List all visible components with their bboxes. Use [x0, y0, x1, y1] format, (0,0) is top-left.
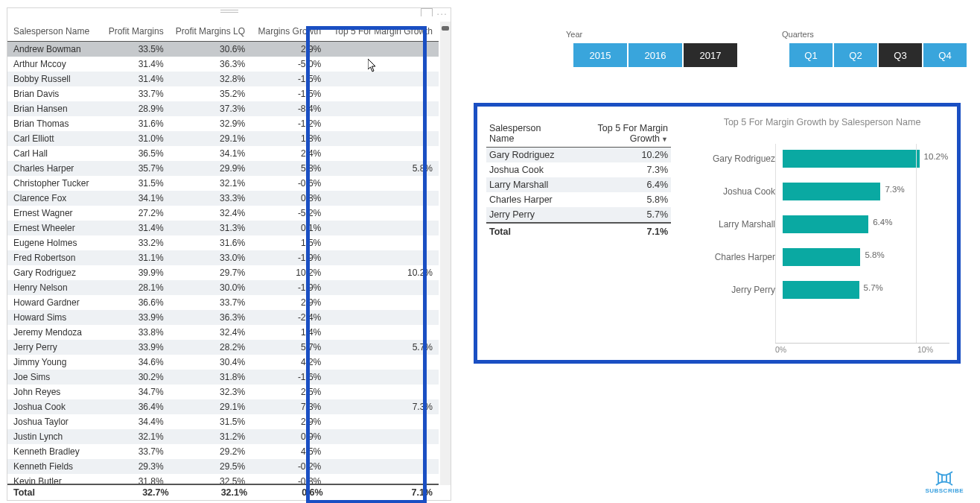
gridline-10 [916, 144, 917, 344]
table-row[interactable]: Andrew Bowman33.5%30.6%2.9% [7, 42, 439, 57]
table-row[interactable]: Jimmy Young34.6%30.4%4.2% [7, 355, 439, 370]
table-row[interactable]: Jeremy Mendoza33.8%32.4%1.4% [7, 325, 439, 340]
bar-category-label: Gary Rodriguez [695, 154, 783, 164]
table-row[interactable]: Gary Rodriguez10.2% [486, 148, 671, 163]
top5-total-label: Total [486, 223, 567, 239]
slicer-button[interactable]: 2016 [629, 43, 682, 67]
chart-bar[interactable]: Gary Rodriguez10.2% [695, 142, 949, 175]
slicer-button[interactable]: 2015 [573, 43, 627, 67]
table-row[interactable]: Justin Lynch32.1%31.2%0.9% [7, 429, 439, 444]
gridline-0 [775, 144, 776, 344]
bar-category-label: Charles Harper [695, 252, 783, 262]
year-slicer[interactable]: 201520162017 [573, 43, 739, 67]
bar-value-label: 5.7% [864, 283, 883, 292]
table-row[interactable]: Carl Hall36.5%34.1%2.4% [7, 146, 439, 161]
table-row[interactable]: Joshua Cook36.4%29.1%7.3%7.3% [7, 399, 439, 414]
table-row[interactable]: Joshua Cook7.3% [486, 162, 671, 177]
table-row[interactable]: Christopher Tucker31.5%32.1%-0.6% [7, 176, 439, 191]
table-row[interactable]: Howard Gardner36.6%33.7%2.9% [7, 295, 439, 310]
table-row[interactable]: Fred Robertson31.1%33.0%-1.9% [7, 250, 439, 265]
col-header-t5[interactable]: Top 5 For Margin Growth [327, 22, 439, 42]
table-row[interactable]: Eugene Holmes33.2%31.6%1.5% [7, 235, 439, 250]
top5-table[interactable]: Salesperson Name Top 5 For Margin Growth… [486, 120, 671, 239]
drag-grip-icon[interactable] [220, 10, 238, 12]
top5-col-value[interactable]: Top 5 For Margin Growth▼ [567, 120, 671, 148]
bar-value-label: 5.8% [865, 250, 884, 259]
table-row[interactable]: Henry Nelson28.1%30.0%-1.9% [7, 280, 439, 295]
table-row[interactable]: Joshua Taylor34.4%31.5%2.9% [7, 414, 439, 429]
bar-value-label: 7.3% [885, 185, 904, 194]
table-row[interactable]: Charles Harper35.7%29.9%5.8%5.8% [7, 161, 439, 176]
table-row[interactable]: Ernest Wheeler31.4%31.3%0.1% [7, 221, 439, 235]
slicer-button[interactable]: Q3 [879, 43, 922, 67]
table-row[interactable]: Ernest Wagner27.2%32.4%-5.2% [7, 206, 439, 221]
table-row[interactable]: Brian Thomas31.6%32.9%-1.2% [7, 116, 439, 131]
table-row[interactable]: Charles Harper5.8% [486, 192, 671, 207]
top5-total-value: 7.1% [567, 223, 671, 239]
table-row[interactable]: Howard Sims33.9%36.3%-2.4% [7, 310, 439, 325]
subscribe-badge[interactable]: SUBSCRIBE [925, 470, 964, 494]
salesperson-table[interactable]: Salesperson Name Profit Margins Profit M… [7, 22, 439, 485]
bar-value-label: 10.2% [924, 152, 949, 161]
cursor-icon [368, 59, 378, 75]
top5-col-name[interactable]: Salesperson Name [486, 120, 567, 148]
more-options-icon[interactable]: ··· [436, 7, 448, 19]
table-row[interactable]: Kenneth Bradley33.7%29.2%4.5% [7, 444, 439, 459]
table-row[interactable]: Carl Elliott31.0%29.1%1.8% [7, 131, 439, 146]
table-total-row: Total 32.7% 32.1% 0.6% 7.1% [7, 484, 439, 500]
table-row[interactable]: Brian Hansen28.9%37.3%-8.4% [7, 101, 439, 116]
slicer-button[interactable]: Q1 [789, 43, 833, 67]
slicer-button[interactable]: Q2 [834, 43, 877, 67]
table-row[interactable]: Brian Davis33.7%35.2%-1.5% [7, 86, 439, 101]
bar-category-label: Jerry Perry [695, 285, 783, 295]
chart-title: Top 5 For Margin Growth by Salesperson N… [695, 117, 949, 127]
table-row[interactable]: Clarence Fox34.1%33.3%0.8% [7, 191, 439, 206]
dna-icon [934, 470, 955, 487]
salesperson-table-visual[interactable]: ··· Salesperson Name Profit Margins Prof… [7, 7, 451, 501]
table-row[interactable]: Joe Sims30.2%31.8%-1.6% [7, 370, 439, 385]
table-row[interactable]: Jerry Perry33.9%28.2%5.7%5.7% [7, 340, 439, 355]
quarter-slicer-label: Quarters [782, 30, 814, 39]
chart-bar[interactable]: Larry Marshall6.4% [695, 208, 949, 241]
table-row[interactable]: Gary Rodriguez39.9%29.7%10.2%10.2% [7, 265, 439, 280]
chart-bar[interactable]: Charles Harper5.8% [695, 241, 949, 273]
table-row[interactable]: Kenneth Fields29.3%29.5%-0.2% [7, 459, 439, 474]
chart-x-axis: 0% 10% [775, 343, 949, 354]
bar-category-label: Larry Marshall [695, 219, 783, 230]
bar-value-label: 6.4% [873, 218, 892, 227]
sort-desc-icon: ▼ [661, 136, 668, 143]
top5-panel: Salesperson Name Top 5 For Margin Growth… [474, 103, 961, 364]
slicer-button[interactable]: Q4 [923, 43, 967, 67]
chart-bar[interactable]: Jerry Perry5.7% [695, 273, 949, 306]
table-row[interactable]: John Reyes34.7%32.3%2.5% [7, 385, 439, 399]
col-header-mg[interactable]: Margins Growth [251, 22, 327, 42]
col-header-pm[interactable]: Profit Margins [101, 22, 170, 42]
slicer-button[interactable]: 2017 [684, 43, 737, 67]
chart-bar[interactable]: Joshua Cook7.3% [695, 175, 949, 208]
quarter-slicer[interactable]: Q1Q2Q3Q4 [789, 43, 968, 67]
table-row[interactable]: Larry Marshall6.4% [486, 177, 671, 192]
table-row[interactable]: Jerry Perry5.7% [486, 207, 671, 223]
top5-bar-chart[interactable]: Top 5 For Margin Growth by Salesperson N… [695, 117, 949, 351]
col-header-name[interactable]: Salesperson Name [7, 22, 101, 42]
col-header-lq[interactable]: Profit Margins LQ [170, 22, 251, 42]
focus-mode-icon[interactable] [421, 8, 433, 16]
vertical-scrollbar[interactable] [440, 22, 451, 485]
year-slicer-label: Year [566, 30, 582, 39]
bar-category-label: Joshua Cook [695, 186, 783, 197]
